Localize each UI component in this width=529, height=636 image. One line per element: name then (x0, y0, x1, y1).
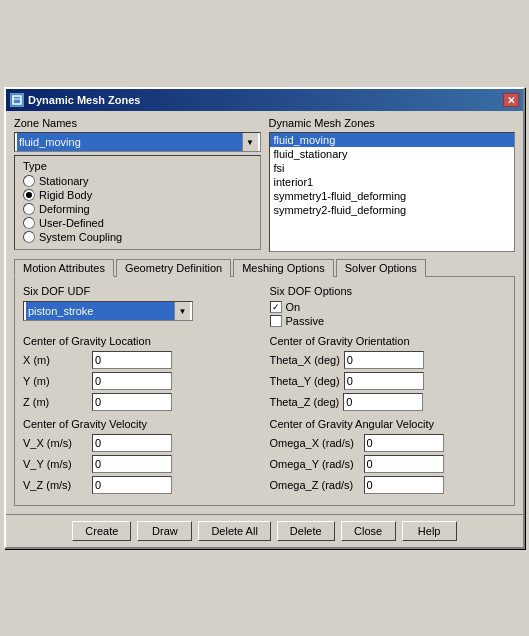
six-dof-right: Six DOF Options On Passive (270, 285, 507, 329)
omega-z-input[interactable] (364, 476, 444, 494)
theta-y-input[interactable] (344, 372, 424, 390)
list-item-symmetry1[interactable]: symmetry1-fluid_deforming (270, 189, 515, 203)
title-bar-left: Dynamic Mesh Zones (10, 93, 140, 107)
cg-location-label: Center of Gravity Location (23, 335, 260, 347)
help-button[interactable]: Help (402, 521, 457, 541)
cg-location-col: Center of Gravity Location X (m) Y (m) Z… (23, 335, 260, 414)
cg-angular-velocity-label: Center of Gravity Angular Velocity (270, 418, 507, 430)
vx-row: V_X (m/s) (23, 434, 260, 452)
list-item-symmetry2[interactable]: symmetry2-fluid_deforming (270, 203, 515, 217)
z-row: Z (m) (23, 393, 260, 411)
tab-solver-options[interactable]: Solver Options (336, 259, 426, 277)
tab-meshing-options[interactable]: Meshing Options (233, 259, 334, 277)
x-input[interactable] (92, 351, 172, 369)
six-dof-udf-combo[interactable]: piston_stroke ▼ (23, 301, 193, 321)
omega-x-label: Omega_X (rad/s) (270, 437, 360, 449)
radio-deforming[interactable]: Deforming (23, 203, 252, 215)
list-item-fluid-stationary[interactable]: fluid_stationary (270, 147, 515, 161)
six-dof-udf-arrow-icon[interactable]: ▼ (174, 302, 190, 320)
radio-system-coupling-circle (23, 231, 35, 243)
cg-orientation-label: Center of Gravity Orientation (270, 335, 507, 347)
omega-z-label: Omega_Z (rad/s) (270, 479, 360, 491)
list-item-fsi[interactable]: fsi (270, 161, 515, 175)
vz-label: V_Z (m/s) (23, 479, 88, 491)
radio-rigid-body-dot (26, 192, 32, 198)
x-row: X (m) (23, 351, 260, 369)
radio-rigid-body[interactable]: Rigid Body (23, 189, 252, 201)
vy-input[interactable] (92, 455, 172, 473)
delete-button[interactable]: Delete (277, 521, 335, 541)
vx-label: V_X (m/s) (23, 437, 88, 449)
draw-button[interactable]: Draw (137, 521, 192, 541)
on-label: On (286, 301, 301, 313)
tabs-header: Motion Attributes Geometry Definition Me… (14, 258, 515, 277)
radio-deforming-circle (23, 203, 35, 215)
passive-label: Passive (286, 315, 325, 327)
omega-y-label: Omega_Y (rad/s) (270, 458, 360, 470)
delete-all-button[interactable]: Delete All (198, 521, 270, 541)
list-item-fluid-moving[interactable]: fluid_moving (270, 133, 515, 147)
footer: Create Draw Delete All Delete Close Help (6, 514, 523, 547)
cg-velocity-label: Center of Gravity Velocity (23, 418, 260, 430)
cg-orientation-col: Center of Gravity Orientation Theta_X (d… (270, 335, 507, 414)
cg-bottom-sections: Center of Gravity Velocity V_X (m/s) V_Y… (23, 418, 506, 497)
zone-names-combo[interactable]: fluid_moving ▼ (14, 132, 261, 152)
six-dof-left: Six DOF UDF piston_stroke ▼ (23, 285, 260, 329)
tab-geometry-definition[interactable]: Geometry Definition (116, 259, 231, 277)
passive-checkbox[interactable]: Passive (270, 315, 507, 327)
omega-y-row: Omega_Y (rad/s) (270, 455, 507, 473)
close-button-footer[interactable]: Close (341, 521, 396, 541)
combo-arrow-icon[interactable]: ▼ (242, 133, 258, 151)
tab-motion-attributes[interactable]: Motion Attributes (14, 259, 114, 277)
radio-stationary-circle (23, 175, 35, 187)
radio-stationary-label: Stationary (39, 175, 89, 187)
tabs-container: Motion Attributes Geometry Definition Me… (14, 258, 515, 506)
dynamic-mesh-zones-label: Dynamic Mesh Zones (269, 117, 516, 129)
z-label: Z (m) (23, 396, 88, 408)
create-button[interactable]: Create (72, 521, 131, 541)
theta-y-label: Theta_Y (deg) (270, 375, 340, 387)
content-area: Zone Names fluid_moving ▼ Type Stationar… (6, 111, 523, 512)
radio-stationary[interactable]: Stationary (23, 175, 252, 187)
passive-checkbox-box[interactable] (270, 315, 282, 327)
y-label: Y (m) (23, 375, 88, 387)
title-bar: Dynamic Mesh Zones ✕ (6, 89, 523, 111)
radio-deforming-label: Deforming (39, 203, 90, 215)
list-item-interior1[interactable]: interior1 (270, 175, 515, 189)
six-dof-row: Six DOF UDF piston_stroke ▼ Six DOF Opti… (23, 285, 506, 329)
top-section: Zone Names fluid_moving ▼ Type Stationar… (14, 117, 515, 252)
cg-angular-velocity-col: Center of Gravity Angular Velocity Omega… (270, 418, 507, 497)
vy-label: V_Y (m/s) (23, 458, 88, 470)
window-title: Dynamic Mesh Zones (28, 94, 140, 106)
omega-x-row: Omega_X (rad/s) (270, 434, 507, 452)
vz-input[interactable] (92, 476, 172, 494)
radio-system-coupling[interactable]: System Coupling (23, 231, 252, 243)
close-button[interactable]: ✕ (503, 93, 519, 107)
on-checkbox-box[interactable] (270, 301, 282, 313)
tab-content: Six DOF UDF piston_stroke ▼ Six DOF Opti… (14, 277, 515, 506)
theta-x-input[interactable] (344, 351, 424, 369)
z-input[interactable] (92, 393, 172, 411)
y-row: Y (m) (23, 372, 260, 390)
vx-input[interactable] (92, 434, 172, 452)
theta-z-input[interactable] (343, 393, 423, 411)
six-dof-options-label: Six DOF Options (270, 285, 507, 297)
theta-y-row: Theta_Y (deg) (270, 372, 507, 390)
main-window: Dynamic Mesh Zones ✕ Zone Names fluid_mo… (4, 87, 525, 549)
cg-top-sections: Center of Gravity Location X (m) Y (m) Z… (23, 335, 506, 414)
radio-rigid-body-circle (23, 189, 35, 201)
radio-system-coupling-label: System Coupling (39, 231, 122, 243)
window-icon (10, 93, 24, 107)
left-panel: Zone Names fluid_moving ▼ Type Stationar… (14, 117, 261, 252)
omega-y-input[interactable] (364, 455, 444, 473)
omega-x-input[interactable] (364, 434, 444, 452)
radio-user-defined[interactable]: User-Defined (23, 217, 252, 229)
radio-rigid-body-label: Rigid Body (39, 189, 92, 201)
radio-user-defined-label: User-Defined (39, 217, 104, 229)
on-checkbox[interactable]: On (270, 301, 507, 313)
zone-listbox[interactable]: fluid_moving fluid_stationary fsi interi… (269, 132, 516, 252)
y-input[interactable] (92, 372, 172, 390)
type-group: Type Stationary Rigid Body Deforming (14, 155, 261, 250)
omega-z-row: Omega_Z (rad/s) (270, 476, 507, 494)
svg-rect-0 (13, 96, 21, 104)
